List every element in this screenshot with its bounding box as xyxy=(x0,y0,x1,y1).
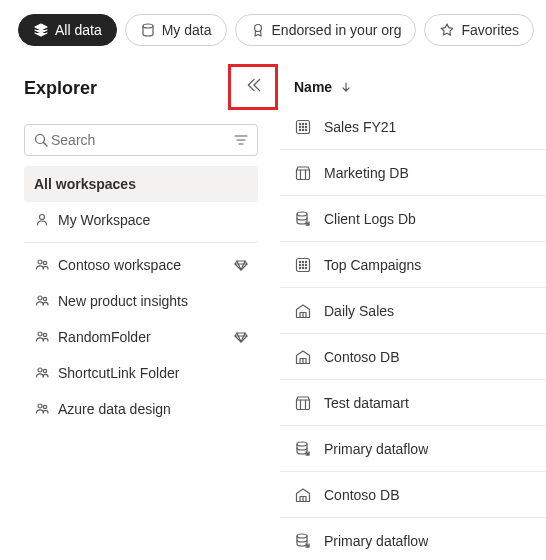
svg-point-8 xyxy=(38,332,42,336)
svg-point-5 xyxy=(43,261,46,264)
svg-point-23 xyxy=(305,129,306,130)
person-icon xyxy=(34,212,50,228)
data-row-label: Contoso DB xyxy=(324,349,399,365)
workspace-label: New product insights xyxy=(58,293,248,309)
workspace-label: My Workspace xyxy=(58,212,248,228)
workspace-item[interactable]: Contoso workspace xyxy=(24,247,258,283)
ribbon-icon xyxy=(250,22,266,38)
data-row[interactable]: Contoso DB xyxy=(280,472,546,518)
data-row[interactable]: Top Campaigns xyxy=(280,242,546,288)
data-row[interactable]: Test datamart xyxy=(280,380,546,426)
search-input[interactable] xyxy=(49,131,233,149)
svg-point-29 xyxy=(299,264,300,265)
filter-bar: All data My data Endorsed in your org Fa… xyxy=(0,0,546,56)
all-workspaces-item[interactable]: All workspaces xyxy=(24,166,258,202)
workspace-label: Azure data design xyxy=(58,401,248,417)
svg-point-15 xyxy=(299,123,300,124)
search-input-wrapper[interactable] xyxy=(24,124,258,156)
svg-point-12 xyxy=(38,404,42,408)
search-icon xyxy=(33,132,49,148)
svg-point-32 xyxy=(299,267,300,268)
datamart-icon xyxy=(294,164,312,182)
collapse-explorer-button[interactable] xyxy=(238,70,270,102)
svg-point-34 xyxy=(305,267,306,268)
workspace-item[interactable]: ShortcutLink Folder xyxy=(24,355,258,391)
workspace-item[interactable]: Azure data design xyxy=(24,391,258,427)
data-list-panel: Name Sales FY21Marketing DBClient Logs D… xyxy=(280,56,546,560)
group-icon xyxy=(34,365,50,381)
svg-point-9 xyxy=(43,333,46,336)
data-row[interactable]: Sales FY21 xyxy=(280,104,546,150)
pill-label: Favorites xyxy=(461,22,519,38)
svg-point-16 xyxy=(302,123,303,124)
svg-point-11 xyxy=(43,369,46,372)
svg-point-30 xyxy=(302,264,303,265)
data-row-label: Marketing DB xyxy=(324,165,409,181)
svg-point-6 xyxy=(38,296,42,300)
dataflow-icon xyxy=(294,440,312,458)
svg-point-24 xyxy=(297,212,307,216)
filter-all-data[interactable]: All data xyxy=(18,14,117,46)
sort-down-icon xyxy=(340,81,352,93)
column-label: Name xyxy=(294,79,332,95)
filter-endorsed[interactable]: Endorsed in your org xyxy=(235,14,417,46)
pill-label: All data xyxy=(55,22,102,38)
svg-point-3 xyxy=(40,215,45,220)
workspace-item[interactable]: My Workspace xyxy=(24,202,258,238)
data-row-label: Test datamart xyxy=(324,395,409,411)
svg-point-33 xyxy=(302,267,303,268)
workspace-label: RandomFolder xyxy=(58,329,226,345)
chevron-double-left-icon xyxy=(245,76,263,97)
data-row-label: Daily Sales xyxy=(324,303,394,319)
dataflow-icon xyxy=(294,532,312,550)
warehouse-icon xyxy=(294,348,312,366)
warehouse-icon xyxy=(294,302,312,320)
svg-point-0 xyxy=(143,24,153,28)
dataflow-icon xyxy=(294,210,312,228)
group-icon xyxy=(34,401,50,417)
data-row[interactable]: Primary dataflow xyxy=(280,426,546,472)
group-icon xyxy=(34,329,50,345)
svg-point-27 xyxy=(302,261,303,262)
dataset-icon xyxy=(294,118,312,136)
filter-my-data[interactable]: My data xyxy=(125,14,227,46)
stack-icon xyxy=(33,22,49,38)
datamart-icon xyxy=(294,394,312,412)
svg-point-10 xyxy=(38,368,42,372)
svg-point-21 xyxy=(299,129,300,130)
svg-point-20 xyxy=(305,126,306,127)
svg-point-17 xyxy=(305,123,306,124)
data-row-label: Primary dataflow xyxy=(324,441,428,457)
data-row-label: Client Logs Db xyxy=(324,211,416,227)
data-row-label: Contoso DB xyxy=(324,487,399,503)
data-row[interactable]: Marketing DB xyxy=(280,150,546,196)
star-icon xyxy=(439,22,455,38)
svg-point-18 xyxy=(299,126,300,127)
svg-point-28 xyxy=(305,261,306,262)
pill-label: Endorsed in your org xyxy=(272,22,402,38)
workspace-item[interactable]: New product insights xyxy=(24,283,258,319)
group-icon xyxy=(34,257,50,273)
explorer-title: Explorer xyxy=(24,74,97,99)
data-row[interactable]: Daily Sales xyxy=(280,288,546,334)
svg-point-36 xyxy=(297,534,307,538)
workspace-list: All workspaces My WorkspaceContoso works… xyxy=(24,166,258,427)
data-row-label: Sales FY21 xyxy=(324,119,396,135)
cylinder-icon xyxy=(140,22,156,38)
filter-favorites[interactable]: Favorites xyxy=(424,14,534,46)
svg-point-7 xyxy=(43,297,46,300)
warehouse-icon xyxy=(294,486,312,504)
dataset-icon xyxy=(294,256,312,274)
group-icon xyxy=(34,293,50,309)
svg-point-26 xyxy=(299,261,300,262)
data-row[interactable]: Contoso DB xyxy=(280,334,546,380)
data-row[interactable]: Client Logs Db xyxy=(280,196,546,242)
column-header-name[interactable]: Name xyxy=(280,70,546,104)
filter-icon[interactable] xyxy=(233,132,249,148)
data-row-label: Top Campaigns xyxy=(324,257,421,273)
diamond-icon xyxy=(234,258,248,272)
explorer-panel: Explorer All workspaces My WorkspaceCont… xyxy=(0,56,280,560)
workspace-item[interactable]: RandomFolder xyxy=(24,319,258,355)
diamond-icon xyxy=(234,330,248,344)
data-row[interactable]: Primary dataflow xyxy=(280,518,546,560)
